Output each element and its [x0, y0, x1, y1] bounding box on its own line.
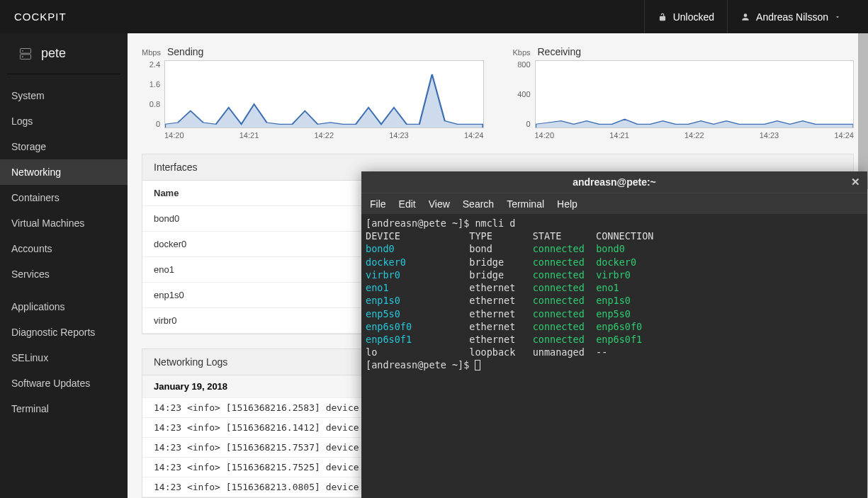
terminal-title: andreasn@pete:~ [573, 176, 656, 188]
sidebar-item-virtual-machines[interactable]: Virtual Machines [0, 210, 128, 236]
user-icon [740, 12, 750, 22]
terminal-close-button[interactable]: ✕ [851, 176, 860, 188]
sidebar: pete SystemLogsStorageNetworkingContaine… [0, 33, 128, 498]
terminal-menu-search[interactable]: Search [463, 198, 494, 210]
chart-sending-plot [164, 60, 484, 128]
svg-rect-0 [21, 48, 31, 53]
sidebar-item-logs[interactable]: Logs [0, 108, 128, 134]
sidebar-item-accounts[interactable]: Accounts [0, 236, 128, 261]
terminal-menu-help[interactable]: Help [557, 198, 577, 210]
chart-receiving-title: Receiving [538, 46, 581, 57]
terminal-titlebar[interactable]: andreasn@pete:~ ✕ [361, 171, 867, 193]
terminal-output-line: enp6s0f1 ethernet connected enp6s0f1 [366, 333, 863, 346]
unlock-icon [658, 12, 667, 22]
chart-sending: Mbps Sending 2.41.60.80 14:2014:2114:221… [142, 46, 484, 140]
user-name: Andreas Nilsson [756, 11, 828, 23]
terminal-output-line: virbr0 bridge connected virbr0 [366, 268, 863, 281]
chevron-down-icon [834, 13, 841, 21]
sidebar-item-containers[interactable]: Containers [0, 185, 128, 210]
terminal-window: andreasn@pete:~ ✕ FileEditViewSearchTerm… [361, 171, 867, 498]
sidebar-item-networking[interactable]: Networking [0, 159, 128, 185]
terminal-menu-view[interactable]: View [429, 198, 450, 210]
host-name: pete [41, 46, 66, 61]
terminal-menubar: FileEditViewSearchTerminalHelp [361, 193, 867, 214]
terminal-output-line: eno1 ethernet connected eno1 [366, 281, 863, 294]
chart-receiving-unit: Kbps [512, 48, 531, 57]
terminal-output-line: enp6s0f0 ethernet connected enp6s0f0 [366, 320, 863, 333]
sidebar-item-terminal[interactable]: Terminal [0, 396, 128, 421]
lock-toggle[interactable]: Unlocked [644, 0, 727, 33]
sidebar-item-diagnostic-reports[interactable]: Diagnostic Reports [0, 319, 128, 345]
svg-rect-1 [21, 54, 31, 59]
sidebar-item-storage[interactable]: Storage [0, 134, 128, 159]
chart-sending-title: Sending [167, 46, 203, 57]
chart-sending-unit: Mbps [142, 48, 160, 57]
nav-secondary: ApplicationsDiagnostic ReportsSELinuxSof… [0, 294, 128, 421]
host-selector[interactable]: pete [7, 33, 120, 74]
brand: COCKPIT [14, 11, 67, 23]
server-icon [18, 47, 33, 61]
terminal-body[interactable]: [andreasn@pete ~]$ nmcli d DEVICE TYPE S… [361, 214, 867, 375]
terminal-menu-edit[interactable]: Edit [399, 198, 416, 210]
sidebar-item-applications[interactable]: Applications [0, 294, 128, 319]
chart-receiving: Kbps Receiving 8004000 14:2014:2114:2214… [512, 46, 855, 140]
nav-primary: SystemLogsStorageNetworkingContainersVir… [0, 74, 128, 287]
topbar: COCKPIT Unlocked Andreas Nilsson [0, 0, 868, 33]
terminal-output-line: enp5s0 ethernet connected enp5s0 [366, 307, 863, 320]
sidebar-item-system[interactable]: System [0, 83, 128, 108]
sidebar-item-services[interactable]: Services [0, 261, 128, 287]
sidebar-item-software-updates[interactable]: Software Updates [0, 370, 128, 396]
terminal-output-line: bond0 bond connected bond0 [366, 242, 863, 255]
chart-receiving-plot [535, 60, 855, 128]
sidebar-item-selinux[interactable]: SELinux [0, 345, 128, 370]
terminal-output-line: enp1s0 ethernet connected enp1s0 [366, 294, 863, 307]
user-menu[interactable]: Andreas Nilsson [727, 0, 854, 33]
terminal-output-line: lo loopback unmanaged -- [366, 346, 863, 358]
lock-label: Unlocked [673, 11, 714, 23]
terminal-menu-terminal[interactable]: Terminal [507, 198, 544, 210]
cursor-icon [475, 360, 480, 370]
terminal-menu-file[interactable]: File [370, 198, 386, 210]
terminal-output-line: docker0 bridge connected docker0 [366, 256, 863, 268]
